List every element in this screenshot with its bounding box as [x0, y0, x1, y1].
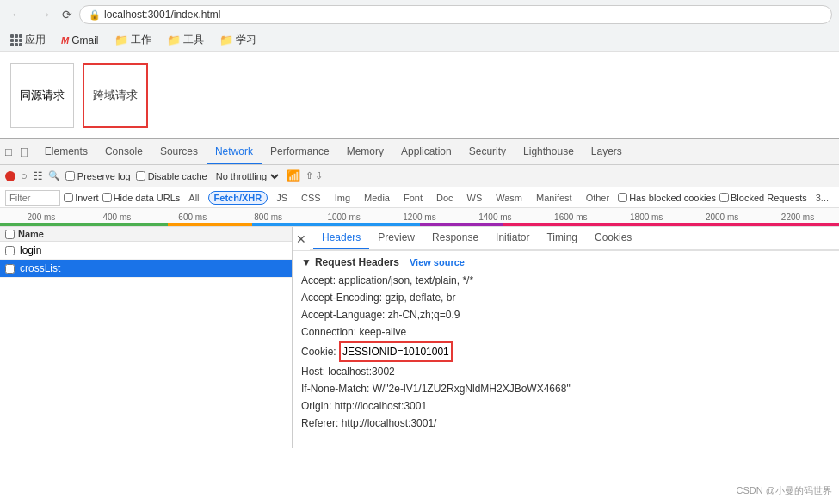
tab-sources[interactable]: Sources	[151, 140, 207, 164]
bookmarks-bar: 应用 M Gmail 📁 工作 📁 工具 📁 学习	[0, 29, 839, 52]
filter-js[interactable]: JS	[271, 192, 293, 204]
tab-elements[interactable]: Elements	[36, 140, 96, 164]
back-button[interactable]: ←	[7, 5, 28, 24]
record-button[interactable]	[5, 171, 15, 181]
triangle-icon: ▼	[301, 256, 312, 268]
crosslist-checkbox[interactable]	[5, 264, 15, 274]
blocked-requests-checkbox[interactable]	[719, 193, 729, 202]
bookmark-tools[interactable]: 📁 工具	[163, 31, 207, 49]
filter-font[interactable]: Font	[398, 192, 428, 204]
tab-lighthouse[interactable]: Lighthouse	[515, 140, 583, 164]
invert-checkbox[interactable]	[64, 193, 73, 202]
request-row-login[interactable]: login	[0, 242, 292, 260]
filter-fetch-xhr[interactable]: Fetch/XHR	[208, 191, 268, 205]
timeline-label-2200: 2200 ms	[760, 212, 836, 222]
accept-language-name: Accept-Language:	[301, 309, 388, 321]
network-main: Name login crossList ✕ Headers Preview R…	[0, 227, 839, 448]
lock-icon: 🔒	[89, 9, 101, 21]
wifi-icon: 📶	[287, 169, 300, 182]
detail-tab-response[interactable]: Response	[423, 227, 487, 249]
filter-doc[interactable]: Doc	[431, 192, 459, 204]
select-all-checkbox[interactable]	[5, 230, 15, 239]
accept-language-value: zh-CN,zh;q=0.9	[388, 309, 460, 321]
request-list: Name login crossList	[0, 227, 293, 448]
view-source-link[interactable]: View source	[410, 257, 465, 267]
detail-tab-initiator[interactable]: Initiator	[487, 227, 538, 249]
reload-button[interactable]: ⟳	[62, 8, 72, 22]
clear-button[interactable]: ○	[21, 169, 28, 182]
devtools-panel: □ ⎕ Elements Console Sources Network Per…	[0, 138, 839, 448]
request-row-crosslist[interactable]: crossList	[0, 260, 292, 278]
same-origin-button[interactable]: 同源请求	[10, 63, 74, 128]
blocked-requests-label[interactable]: Blocked Requests	[719, 193, 807, 203]
filter-input[interactable]	[5, 190, 60, 206]
bookmark-gmail[interactable]: M Gmail	[58, 33, 102, 48]
detail-tab-preview[interactable]: Preview	[369, 227, 423, 249]
hide-data-urls-checkbox[interactable]	[102, 193, 112, 202]
origin-name: Origin:	[301, 400, 335, 412]
bookmark-apps[interactable]: 应用	[7, 31, 49, 49]
bookmark-work-label: 工作	[131, 33, 151, 47]
header-cookie: Cookie: JESSIONID=10101001	[301, 341, 830, 363]
devtools-tab-bar: □ ⎕ Elements Console Sources Network Per…	[0, 139, 839, 165]
tab-application[interactable]: Application	[392, 140, 460, 164]
upload-icon[interactable]: ⇧	[305, 170, 313, 181]
filter-css[interactable]: CSS	[296, 192, 326, 204]
download-icon[interactable]: ⇩	[315, 170, 323, 181]
bookmark-work[interactable]: 📁 工作	[111, 31, 155, 49]
inspect-element-icon[interactable]: □	[3, 144, 14, 160]
filter-media[interactable]: Media	[359, 192, 395, 204]
bookmark-study[interactable]: 📁 学习	[216, 31, 260, 49]
invert-label[interactable]: Invert	[64, 193, 99, 203]
host-name: Host:	[301, 366, 328, 378]
detail-close-button[interactable]: ✕	[293, 229, 310, 249]
tab-layers[interactable]: Layers	[583, 140, 631, 164]
tab-console[interactable]: Console	[96, 140, 151, 164]
login-name: login	[20, 244, 41, 256]
search-button[interactable]: 🔍	[48, 170, 60, 181]
cross-origin-button[interactable]: 跨域请求	[83, 63, 148, 128]
tab-security[interactable]: Security	[460, 140, 515, 164]
filter-all[interactable]: All	[183, 192, 204, 204]
preserve-log-label[interactable]: Preserve log	[65, 171, 131, 181]
filter-img[interactable]: Img	[330, 192, 355, 204]
timeline-label-800: 800 ms	[231, 212, 306, 222]
header-origin: Origin: http://localhost:3001	[301, 397, 830, 415]
request-list-header: Name	[0, 227, 292, 242]
throttle-select[interactable]: No throttling	[213, 170, 281, 182]
has-blocked-cookies-checkbox[interactable]	[618, 193, 627, 202]
origin-value: http://localhost:3001	[335, 400, 427, 412]
timeline-label-200: 200 ms	[3, 212, 79, 222]
disable-cache-label[interactable]: Disable cache	[136, 171, 207, 181]
connection-value: keep-alive	[359, 326, 406, 338]
address-bar[interactable]: 🔒 localhost:3001/index.html	[79, 5, 832, 24]
filter-ws[interactable]: WS	[462, 192, 488, 204]
accept-header-value: application/json, text/plain, */*	[338, 274, 473, 286]
detail-tab-headers[interactable]: Headers	[313, 227, 369, 249]
login-checkbox[interactable]	[5, 246, 15, 255]
forward-button[interactable]: →	[34, 5, 55, 24]
filter-wasm[interactable]: Wasm	[490, 192, 527, 204]
tab-memory[interactable]: Memory	[338, 140, 392, 164]
tab-network[interactable]: Network	[207, 140, 262, 164]
filter-other[interactable]: Other	[581, 192, 615, 204]
header-if-none-match: If-None-Match: W/"2e-lV1/1ZU2RxgNldMH2XJ…	[301, 380, 830, 397]
device-toolbar-icon[interactable]: ⎕	[19, 144, 29, 160]
has-blocked-cookies-label[interactable]: Has blocked cookies	[618, 193, 716, 203]
page-content: 同源请求 跨域请求	[0, 52, 839, 138]
header-accept-language: Accept-Language: zh-CN,zh;q=0.9	[301, 306, 830, 323]
disable-cache-checkbox[interactable]	[136, 171, 145, 181]
filter-manifest[interactable]: Manifest	[531, 192, 577, 204]
detail-panel: ✕ Headers Preview Response Initiator Tim…	[293, 227, 839, 448]
filter-extra[interactable]: 3...	[811, 192, 834, 204]
detail-tab-cookies[interactable]: Cookies	[586, 227, 640, 249]
detail-tab-timing[interactable]: Timing	[538, 227, 586, 249]
tab-performance[interactable]: Performance	[262, 140, 338, 164]
timeline-label-1800: 1800 ms	[608, 212, 684, 222]
preserve-log-checkbox[interactable]	[65, 171, 75, 181]
detail-tabs: Headers Preview Response Initiator Timin…	[310, 227, 839, 250]
filter-toggle-button[interactable]: ☷	[33, 169, 43, 182]
hide-data-urls-label[interactable]: Hide data URLs	[102, 193, 181, 203]
timeline-label-400: 400 ms	[79, 212, 155, 222]
header-connection: Connection: keep-alive	[301, 323, 830, 341]
